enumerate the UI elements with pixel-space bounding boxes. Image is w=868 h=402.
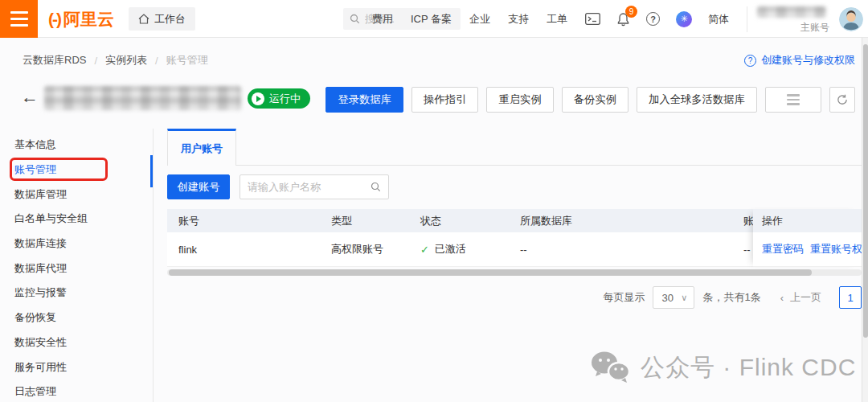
workbench-label: 工作台	[154, 12, 186, 27]
language-switcher[interactable]: 简体	[708, 12, 729, 27]
ai-assistant-icon[interactable]: ✳	[676, 11, 692, 27]
question-circle-icon: ?	[744, 55, 756, 67]
breadcrumb-separator: /	[155, 55, 158, 67]
instance-status-label: 运行中	[269, 92, 301, 106]
per-page-value: 30	[661, 292, 673, 304]
create-account-button[interactable]: 创建账号	[167, 174, 230, 199]
menu-item-enterprise[interactable]: 企业	[469, 12, 490, 27]
operation-guide-button[interactable]: 操作指引	[411, 87, 478, 113]
sidebar-item-account-management[interactable]: 账号管理	[0, 158, 153, 183]
rds-console-page: (-) 阿里云 工作台 费用 ICP 备案 企业 支持 工单	[0, 0, 868, 402]
column-header-status: 状态	[420, 209, 441, 232]
prev-page-button[interactable]: ‹ 上一页	[780, 290, 821, 305]
breadcrumb-separator: /	[94, 55, 97, 67]
tab-user-accounts[interactable]: 用户账号	[167, 129, 236, 166]
sidebar-item-database-proxy[interactable]: 数据库代理	[0, 256, 153, 281]
breadcrumb-rds[interactable]: 云数据库RDS	[23, 53, 86, 68]
search-icon	[350, 14, 360, 24]
sidebar-item-data-security[interactable]: 数据安全性	[0, 330, 153, 355]
account-search-box[interactable]	[240, 174, 389, 199]
per-page-select[interactable]: 30 ∨	[653, 286, 694, 309]
topbar-divider	[747, 6, 747, 32]
back-arrow-icon[interactable]: ←	[21, 87, 39, 108]
row-actions: 重置密码 重置账号权限	[753, 232, 862, 267]
refresh-icon	[837, 94, 848, 105]
pagination: 每页显示 30 ∨ 条，共有1条 ‹ 上一页 1	[603, 286, 862, 309]
column-header-type: 类型	[331, 209, 352, 232]
aliyun-logo[interactable]: (-) 阿里云	[48, 0, 114, 38]
sidebar: 基本信息 账号管理 数据库管理 白名单与安全组 数据库连接 数据库代理 监控与报…	[0, 133, 153, 402]
restart-instance-button[interactable]: 重启实例	[486, 87, 553, 113]
notification-bell-icon[interactable]: 9	[616, 12, 630, 27]
breadcrumb-instance-list[interactable]: 实例列表	[105, 53, 147, 68]
account-info[interactable]: 主账号	[757, 3, 831, 35]
sidebar-item-database-connection[interactable]: 数据库连接	[0, 232, 153, 256]
menu-item-support[interactable]: 支持	[508, 12, 529, 27]
column-header-actions: 操作	[753, 209, 862, 232]
instance-name-redacted	[44, 86, 241, 110]
cell-database: --	[520, 232, 527, 266]
breadcrumb-current: 账号管理	[166, 53, 208, 68]
sidebar-item-service-availability[interactable]: 服务可用性	[0, 355, 153, 379]
page-number-button[interactable]: 1	[839, 286, 862, 309]
sidebar-item-whitelist-security[interactable]: 白名单与安全组	[0, 207, 153, 232]
status-text: 已激活	[435, 242, 466, 256]
home-icon	[138, 14, 149, 24]
refresh-button[interactable]	[829, 87, 855, 113]
prev-page-label: 上一页	[790, 290, 821, 305]
join-global-database-button[interactable]: 加入全球多活数据库	[637, 87, 757, 113]
menu-item-ticket[interactable]: 工单	[547, 12, 567, 27]
help-icon[interactable]: ?	[646, 12, 660, 26]
cell-status: ✓ 已激活	[420, 232, 466, 266]
aliyun-logo-text: 阿里云	[63, 8, 114, 31]
sidebar-item-basic-info[interactable]: 基本信息	[0, 133, 153, 158]
chevron-left-icon: ‹	[780, 292, 784, 304]
menu-item-billing[interactable]: 费用	[372, 12, 393, 27]
login-database-button[interactable]: 登录数据库	[326, 87, 403, 113]
column-header-account: 账号	[178, 209, 199, 232]
horizontal-scrollbar-thumb[interactable]	[169, 269, 812, 276]
per-page-label: 每页显示	[603, 290, 645, 305]
breadcrumb: 云数据库RDS / 实例列表 / 账号管理	[23, 53, 208, 68]
vertical-scrollbar-thumb[interactable]	[863, 44, 868, 338]
notification-badge: 9	[625, 6, 637, 18]
account-name-redacted	[757, 6, 826, 18]
chevron-down-icon: ∨	[681, 293, 687, 303]
reset-permissions-link[interactable]: 重置账号权限	[810, 242, 862, 256]
vertical-scrollbar[interactable]	[862, 38, 868, 402]
list-icon	[787, 94, 800, 105]
avatar[interactable]	[839, 7, 863, 31]
cell-account-name: flink	[178, 232, 197, 266]
play-icon	[252, 92, 264, 105]
help-link-label: 创建账号与修改权限	[761, 53, 855, 68]
total-count-label: 条，共有1条	[702, 290, 760, 305]
sidebar-divider	[153, 129, 154, 402]
horizontal-scrollbar[interactable]	[167, 269, 862, 276]
sidebar-item-database-management[interactable]: 数据库管理	[0, 182, 153, 207]
cell-account-type: 高权限账号	[331, 232, 383, 266]
terminal-icon[interactable]	[585, 13, 600, 25]
tab-bar-divider	[167, 165, 862, 166]
sidebar-item-log-management[interactable]: 日志管理	[0, 379, 153, 402]
workbench-button[interactable]: 工作台	[129, 7, 195, 31]
sidebar-item-monitoring-alerts[interactable]: 监控与报警	[0, 281, 153, 306]
column-header-database: 所属数据库	[520, 209, 572, 232]
watermark: 公众号 · Flink CDC	[591, 351, 856, 384]
account-search-input[interactable]	[248, 181, 371, 193]
account-type-label: 主账号	[800, 21, 829, 35]
top-navigation-bar: (-) 阿里云 工作台 费用 ICP 备案 企业 支持 工单	[0, 0, 868, 38]
reset-password-link[interactable]: 重置密码	[762, 242, 804, 256]
watermark-text: 公众号 · Flink CDC	[641, 351, 856, 384]
backup-instance-button[interactable]: 备份实例	[562, 87, 628, 113]
check-icon: ✓	[420, 244, 429, 256]
instance-status-badge: 运行中	[248, 88, 310, 109]
search-icon[interactable]	[371, 182, 381, 192]
instance-action-buttons: 登录数据库 操作指引 重启实例 备份实例 加入全球多活数据库	[326, 87, 855, 113]
sidebar-item-backup-restore[interactable]: 备份恢复	[0, 306, 153, 330]
menu-item-icp[interactable]: ICP 备案	[411, 12, 452, 27]
hamburger-menu-icon[interactable]	[0, 0, 38, 38]
aliyun-logo-mark: (-)	[48, 10, 60, 29]
wechat-icon	[591, 351, 631, 384]
list-menu-button[interactable]	[765, 87, 821, 113]
create-account-help-link[interactable]: ? 创建账号与修改权限	[744, 53, 855, 68]
